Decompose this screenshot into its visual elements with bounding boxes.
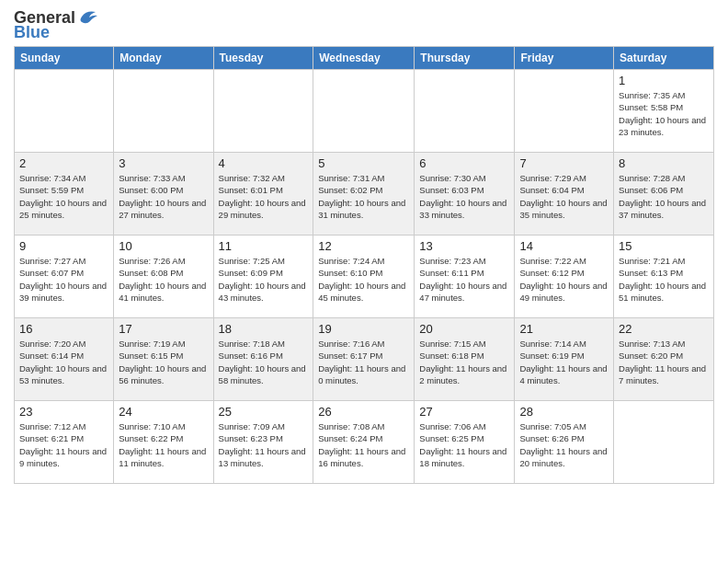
logo-blue-text: Blue xyxy=(14,24,97,40)
day-info: Sunrise: 7:06 AM Sunset: 6:25 PM Dayligh… xyxy=(419,420,509,469)
day-info: Sunrise: 7:30 AM Sunset: 6:03 PM Dayligh… xyxy=(419,172,509,221)
day-info: Sunrise: 7:19 AM Sunset: 6:15 PM Dayligh… xyxy=(119,338,208,386)
weekday-header-saturday: Saturday xyxy=(614,47,714,70)
calendar-cell: 22Sunrise: 7:13 AM Sunset: 6:20 PM Dayli… xyxy=(614,318,714,401)
day-info: Sunrise: 7:26 AM Sunset: 6:08 PM Dayligh… xyxy=(119,255,208,304)
calendar-cell: 18Sunrise: 7:18 AM Sunset: 6:16 PM Dayli… xyxy=(213,318,313,401)
calendar-table: SundayMondayTuesdayWednesdayThursdayFrid… xyxy=(14,46,714,484)
day-info: Sunrise: 7:22 AM Sunset: 6:12 PM Dayligh… xyxy=(519,255,609,304)
day-number: 23 xyxy=(19,405,108,419)
day-number: 10 xyxy=(119,239,208,253)
calendar-cell: 27Sunrise: 7:06 AM Sunset: 6:25 PM Dayli… xyxy=(415,401,515,484)
day-number: 20 xyxy=(419,322,509,336)
calendar-cell: 1Sunrise: 7:35 AM Sunset: 5:58 PM Daylig… xyxy=(614,70,714,153)
day-number: 21 xyxy=(519,322,609,336)
day-info: Sunrise: 7:34 AM Sunset: 5:59 PM Dayligh… xyxy=(19,172,108,221)
day-number: 19 xyxy=(318,322,409,336)
calendar-cell: 20Sunrise: 7:15 AM Sunset: 6:18 PM Dayli… xyxy=(415,318,515,401)
calendar-cell xyxy=(15,70,114,153)
calendar-cell: 9Sunrise: 7:27 AM Sunset: 6:07 PM Daylig… xyxy=(15,236,114,318)
day-info: Sunrise: 7:28 AM Sunset: 6:06 PM Dayligh… xyxy=(619,172,709,221)
calendar-cell: 12Sunrise: 7:24 AM Sunset: 6:10 PM Dayli… xyxy=(313,236,415,318)
day-info: Sunrise: 7:05 AM Sunset: 6:26 PM Dayligh… xyxy=(519,420,609,469)
calendar-cell: 4Sunrise: 7:32 AM Sunset: 6:01 PM Daylig… xyxy=(213,153,313,236)
weekday-header-wednesday: Wednesday xyxy=(313,47,415,70)
day-number: 25 xyxy=(219,405,309,419)
header: General Blue xyxy=(14,9,714,40)
calendar-cell: 25Sunrise: 7:09 AM Sunset: 6:23 PM Dayli… xyxy=(213,401,313,484)
calendar-cell xyxy=(313,70,415,153)
day-info: Sunrise: 7:08 AM Sunset: 6:24 PM Dayligh… xyxy=(318,420,409,469)
weekday-header-tuesday: Tuesday xyxy=(213,47,313,70)
day-number: 5 xyxy=(318,156,409,170)
day-number: 15 xyxy=(619,239,709,253)
day-number: 12 xyxy=(318,239,409,253)
weekday-header-friday: Friday xyxy=(515,47,614,70)
day-info: Sunrise: 7:21 AM Sunset: 6:13 PM Dayligh… xyxy=(619,255,709,304)
day-info: Sunrise: 7:24 AM Sunset: 6:10 PM Dayligh… xyxy=(318,255,409,304)
day-info: Sunrise: 7:15 AM Sunset: 6:18 PM Dayligh… xyxy=(419,338,509,386)
calendar-cell: 26Sunrise: 7:08 AM Sunset: 6:24 PM Dayli… xyxy=(313,401,415,484)
day-info: Sunrise: 7:23 AM Sunset: 6:11 PM Dayligh… xyxy=(419,255,509,304)
day-info: Sunrise: 7:20 AM Sunset: 6:14 PM Dayligh… xyxy=(19,338,108,386)
calendar-cell xyxy=(614,401,714,484)
calendar-cell: 7Sunrise: 7:29 AM Sunset: 6:04 PM Daylig… xyxy=(515,153,614,236)
day-info: Sunrise: 7:13 AM Sunset: 6:20 PM Dayligh… xyxy=(619,338,709,386)
calendar-cell: 11Sunrise: 7:25 AM Sunset: 6:09 PM Dayli… xyxy=(213,236,313,318)
day-number: 1 xyxy=(619,74,709,87)
calendar-cell xyxy=(415,70,515,153)
calendar-cell: 8Sunrise: 7:28 AM Sunset: 6:06 PM Daylig… xyxy=(614,153,714,236)
calendar-cell xyxy=(213,70,313,153)
day-number: 6 xyxy=(419,156,509,170)
calendar-week-2: 2Sunrise: 7:34 AM Sunset: 5:59 PM Daylig… xyxy=(15,153,714,236)
calendar-cell: 14Sunrise: 7:22 AM Sunset: 6:12 PM Dayli… xyxy=(515,236,614,318)
day-info: Sunrise: 7:32 AM Sunset: 6:01 PM Dayligh… xyxy=(219,172,309,221)
day-number: 22 xyxy=(619,322,709,336)
calendar-cell: 5Sunrise: 7:31 AM Sunset: 6:02 PM Daylig… xyxy=(313,153,415,236)
day-info: Sunrise: 7:18 AM Sunset: 6:16 PM Dayligh… xyxy=(219,338,309,386)
calendar-cell: 19Sunrise: 7:16 AM Sunset: 6:17 PM Dayli… xyxy=(313,318,415,401)
day-info: Sunrise: 7:14 AM Sunset: 6:19 PM Dayligh… xyxy=(519,338,609,386)
day-number: 17 xyxy=(119,322,208,336)
day-number: 9 xyxy=(19,239,108,253)
calendar-cell: 23Sunrise: 7:12 AM Sunset: 6:21 PM Dayli… xyxy=(15,401,114,484)
logo: General Blue xyxy=(14,9,97,40)
day-info: Sunrise: 7:29 AM Sunset: 6:04 PM Dayligh… xyxy=(519,172,609,221)
calendar-week-3: 9Sunrise: 7:27 AM Sunset: 6:07 PM Daylig… xyxy=(15,236,714,318)
weekday-header-sunday: Sunday xyxy=(15,47,114,70)
day-number: 4 xyxy=(219,156,309,170)
calendar-cell: 21Sunrise: 7:14 AM Sunset: 6:19 PM Dayli… xyxy=(515,318,614,401)
calendar-week-5: 23Sunrise: 7:12 AM Sunset: 6:21 PM Dayli… xyxy=(15,401,714,484)
calendar-cell: 24Sunrise: 7:10 AM Sunset: 6:22 PM Dayli… xyxy=(114,401,213,484)
day-info: Sunrise: 7:31 AM Sunset: 6:02 PM Dayligh… xyxy=(318,172,409,221)
weekday-header-row: SundayMondayTuesdayWednesdayThursdayFrid… xyxy=(15,47,714,70)
day-number: 13 xyxy=(419,239,509,253)
day-info: Sunrise: 7:10 AM Sunset: 6:22 PM Dayligh… xyxy=(119,420,208,469)
weekday-header-thursday: Thursday xyxy=(415,47,515,70)
day-number: 24 xyxy=(119,405,208,419)
calendar-cell: 28Sunrise: 7:05 AM Sunset: 6:26 PM Dayli… xyxy=(515,401,614,484)
calendar-cell: 13Sunrise: 7:23 AM Sunset: 6:11 PM Dayli… xyxy=(415,236,515,318)
day-number: 18 xyxy=(219,322,309,336)
calendar-cell xyxy=(515,70,614,153)
calendar-week-1: 1Sunrise: 7:35 AM Sunset: 5:58 PM Daylig… xyxy=(15,70,714,153)
day-number: 14 xyxy=(519,239,609,253)
day-number: 26 xyxy=(318,405,409,419)
day-info: Sunrise: 7:12 AM Sunset: 6:21 PM Dayligh… xyxy=(19,420,108,469)
day-number: 11 xyxy=(219,239,309,253)
day-number: 8 xyxy=(619,156,709,170)
day-number: 7 xyxy=(519,156,609,170)
day-number: 27 xyxy=(419,405,509,419)
day-info: Sunrise: 7:35 AM Sunset: 5:58 PM Dayligh… xyxy=(619,89,709,138)
day-info: Sunrise: 7:27 AM Sunset: 6:07 PM Dayligh… xyxy=(19,255,108,304)
weekday-header-monday: Monday xyxy=(114,47,213,70)
day-number: 2 xyxy=(19,156,108,170)
calendar-cell xyxy=(114,70,213,153)
calendar-cell: 10Sunrise: 7:26 AM Sunset: 6:08 PM Dayli… xyxy=(114,236,213,318)
day-info: Sunrise: 7:16 AM Sunset: 6:17 PM Dayligh… xyxy=(318,338,409,386)
day-number: 28 xyxy=(519,405,609,419)
day-number: 16 xyxy=(19,322,108,336)
calendar-cell: 3Sunrise: 7:33 AM Sunset: 6:00 PM Daylig… xyxy=(114,153,213,236)
logo-bird-icon xyxy=(77,8,97,25)
day-info: Sunrise: 7:33 AM Sunset: 6:00 PM Dayligh… xyxy=(119,172,208,221)
